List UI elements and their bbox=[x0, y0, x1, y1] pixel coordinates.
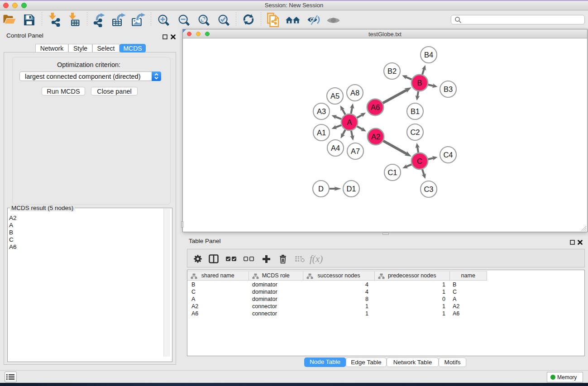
svg-text:C3: C3 bbox=[424, 185, 433, 193]
svg-text:A8: A8 bbox=[350, 89, 359, 97]
svg-text:A7: A7 bbox=[351, 147, 360, 155]
svg-text:A2: A2 bbox=[371, 133, 380, 141]
svg-text:B4: B4 bbox=[424, 51, 433, 59]
svg-text:B1: B1 bbox=[411, 107, 420, 115]
svg-text:B3: B3 bbox=[444, 85, 453, 93]
svg-text:C: C bbox=[417, 157, 422, 165]
svg-text:C2: C2 bbox=[410, 128, 420, 136]
svg-text:A6: A6 bbox=[371, 103, 380, 111]
svg-text:A4: A4 bbox=[331, 144, 340, 152]
svg-text:C4: C4 bbox=[443, 151, 453, 159]
svg-text:B2: B2 bbox=[387, 67, 397, 75]
svg-text:D: D bbox=[318, 185, 324, 193]
svg-text:A5: A5 bbox=[330, 92, 339, 100]
svg-text:A: A bbox=[347, 118, 352, 126]
svg-text:A1: A1 bbox=[317, 129, 326, 137]
svg-text:B: B bbox=[417, 79, 422, 87]
svg-text:D1: D1 bbox=[346, 185, 356, 193]
svg-text:C1: C1 bbox=[387, 168, 397, 176]
svg-text:A3: A3 bbox=[317, 107, 326, 115]
